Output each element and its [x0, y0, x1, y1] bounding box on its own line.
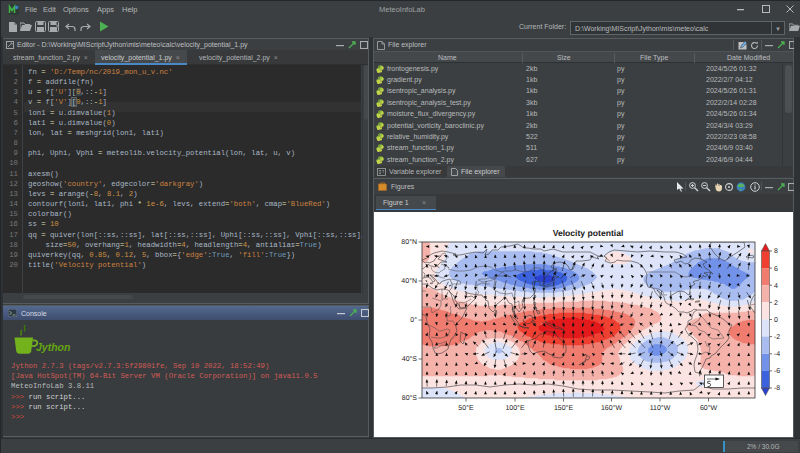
- svg-text:40°S: 40°S: [402, 356, 418, 363]
- svg-text:Jython: Jython: [36, 341, 70, 353]
- svg-text:6: 6: [774, 266, 778, 273]
- svg-text:-6: -6: [774, 368, 780, 375]
- svg-text:-2: -2: [774, 334, 780, 341]
- svg-text:150°E: 150°E: [554, 405, 573, 412]
- svg-text:80°N: 80°N: [401, 239, 417, 246]
- svg-text:4: 4: [774, 283, 778, 290]
- svg-text:60°W: 60°W: [700, 405, 718, 412]
- svg-text:0: 0: [774, 317, 778, 324]
- svg-text:50°E: 50°E: [458, 405, 474, 412]
- svg-text:-8: -8: [774, 385, 780, 392]
- svg-text:0°: 0°: [410, 317, 417, 324]
- svg-text:80°S: 80°S: [402, 395, 418, 402]
- svg-text:8: 8: [774, 248, 778, 255]
- svg-text:100°E: 100°E: [505, 405, 524, 412]
- svg-text:2: 2: [774, 300, 778, 307]
- svg-text:Velocity potential: Velocity potential: [553, 228, 624, 238]
- svg-text:-4: -4: [774, 351, 780, 358]
- svg-text:40°N: 40°N: [401, 278, 417, 285]
- svg-text:110°W: 110°W: [650, 405, 671, 412]
- svg-text:160°W: 160°W: [601, 405, 622, 412]
